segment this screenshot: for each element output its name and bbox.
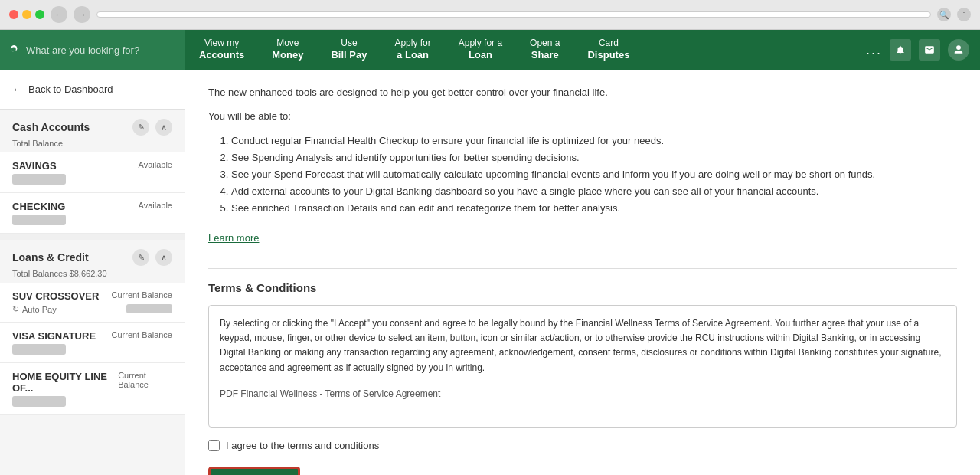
nav-disputes[interactable]: Card Disputes (573, 30, 643, 70)
edit-cash-button[interactable]: ✎ (132, 119, 149, 136)
agree-label: I agree to the terms and conditions (226, 440, 379, 451)
terms-text: By selecting or clicking the "I Accept" … (220, 316, 946, 375)
benefit-5: See enriched Transaction Details and can… (231, 200, 957, 217)
divider (208, 268, 957, 269)
nav-share-sub: Share (531, 49, 559, 62)
more-options-button[interactable]: ... (866, 42, 882, 58)
browser-chrome: ← → 🔍 ⋮ (0, 0, 980, 30)
nav-share[interactable]: Open a Share (516, 30, 573, 70)
nav-applyloan-sub: a Loan (397, 49, 429, 62)
nav-items: View my Accounts Move Money Use Bill Pay… (185, 30, 855, 70)
home-equity-row: HOME EQUITY LINE OF... Current Balance (12, 371, 172, 394)
loans-title: Loans & Credit (12, 251, 89, 264)
visa-signature-item[interactable]: VISA SIGNATURE Current Balance (0, 323, 185, 363)
suv-name: SUV CROSSOVER (12, 290, 99, 302)
sidebar: ← Back to Dashboard Cash Accounts ✎ ∧ To… (0, 70, 185, 475)
search-bar[interactable] (0, 30, 185, 70)
url-bar[interactable] (96, 11, 931, 18)
nav-billpay-top: Use (341, 38, 357, 50)
learn-more-link[interactable]: Learn more (208, 232, 259, 244)
minimize-dot (22, 10, 31, 19)
you-will-label: You will be able to: (208, 109, 957, 125)
savings-balance (12, 174, 66, 185)
visa-balance (12, 344, 66, 355)
message-button[interactable] (919, 39, 940, 61)
loans-header: Loans & Credit ✎ ∧ (0, 240, 185, 269)
terms-box[interactable]: By selecting or clicking the "I Accept" … (208, 305, 957, 428)
savings-account-item[interactable]: SAVINGS Available (0, 152, 185, 193)
cash-section-icons: ✎ ∧ (132, 119, 172, 136)
nav-money-sub: Money (272, 49, 303, 62)
user-avatar-button[interactable] (948, 39, 969, 61)
savings-row: SAVINGS Available (12, 160, 172, 172)
benefit-3: See your Spend Forecast that will automa… (231, 166, 957, 183)
nav-billpay[interactable]: Use Bill Pay (317, 30, 381, 70)
visa-balance-label: Current Balance (112, 330, 173, 339)
terms-heading: Terms & Conditions (208, 281, 957, 294)
browser-search-icon: 🔍 (937, 8, 951, 21)
nav-accounts-sub: Accounts (199, 49, 244, 62)
agree-checkbox[interactable] (208, 440, 220, 451)
loans-section-icons: ✎ ∧ (132, 249, 172, 266)
intro-text: The new enhanced tools are designed to h… (208, 85, 957, 101)
activate-button[interactable]: Activate (208, 467, 300, 475)
close-dot (9, 10, 18, 19)
visa-name: VISA SIGNATURE (12, 330, 96, 342)
benefit-2: See Spending Analysis and identify oppor… (231, 149, 957, 166)
nav-applyloan-top: Apply for (394, 38, 430, 50)
checking-name: CHECKING (12, 201, 65, 212)
nav-share-top: Open a (530, 38, 560, 50)
mail-icon (924, 44, 935, 55)
nav-money-top: Move (276, 38, 299, 50)
nav-money[interactable]: Move Money (258, 30, 317, 70)
nav-billpay-sub: Bill Pay (331, 49, 367, 62)
nav-applyloan2-top: Apply for a (459, 38, 502, 50)
suv-crossover-item[interactable]: SUV CROSSOVER Current Balance ↻ Auto Pay (0, 283, 185, 323)
nav-disputes-top: Card (599, 38, 619, 50)
savings-name: SAVINGS (12, 160, 57, 172)
edit-loans-button[interactable]: ✎ (132, 249, 149, 266)
back-label: Back to Dashboard (28, 84, 113, 95)
suv-row: SUV CROSSOVER Current Balance (12, 290, 172, 302)
cash-total-balance: Total Balance (12, 139, 185, 148)
notification-button[interactable] (890, 39, 911, 61)
terms-footer: PDF Financial Wellness - Terms of Servic… (220, 382, 946, 399)
home-equity-balance (12, 396, 66, 407)
bell-icon (895, 44, 906, 55)
benefits-list: Conduct regular Financial Health Checkup… (231, 133, 957, 217)
nav-applyloan[interactable]: Apply for a Loan (381, 30, 444, 70)
back-to-dashboard-button[interactable]: ← Back to Dashboard (0, 70, 185, 110)
search-input[interactable] (26, 44, 176, 56)
suv-sub-row: ↻ Auto Pay (12, 302, 172, 314)
home-equity-item[interactable]: HOME EQUITY LINE OF... Current Balance (0, 363, 185, 415)
main-layout: ← Back to Dashboard Cash Accounts ✎ ∧ To… (0, 70, 980, 475)
cash-accounts-title: Cash Accounts (12, 121, 90, 133)
suv-autopay: ↻ Auto Pay (12, 304, 57, 314)
checking-account-item[interactable]: CHECKING Available (0, 193, 185, 234)
home-equity-balance-label: Current Balance (118, 371, 172, 389)
checking-balance (12, 215, 66, 225)
search-icon (9, 44, 20, 55)
home-equity-name: HOME EQUITY LINE OF... (12, 371, 118, 394)
section-divider (0, 234, 185, 240)
benefit-1: Conduct regular Financial Health Checkup… (231, 133, 957, 149)
cash-accounts-header: Cash Accounts ✎ ∧ (0, 110, 185, 139)
nav-accounts[interactable]: View my Accounts (185, 30, 258, 70)
savings-available-label: Available (139, 160, 172, 169)
loans-total-balance: Total Balances $8,662.30 (12, 269, 185, 278)
browser-share-icon: ⋮ (957, 8, 971, 21)
autopay-label: Auto Pay (22, 305, 57, 314)
collapse-loans-button[interactable]: ∧ (155, 249, 172, 266)
top-nav: View my Accounts Move Money Use Bill Pay… (0, 30, 980, 70)
nav-applyloan2[interactable]: Apply for a Loan (445, 30, 516, 70)
benefit-4: Add external accounts to your Digital Ba… (231, 183, 957, 200)
nav-accounts-top: View my (204, 38, 239, 50)
forward-browser-button[interactable]: → (74, 6, 90, 23)
nav-right: ... (855, 30, 980, 70)
back-arrow-icon: ← (12, 84, 22, 95)
back-browser-button[interactable]: ← (51, 6, 67, 23)
nav-disputes-sub: Disputes (587, 49, 629, 62)
collapse-cash-button[interactable]: ∧ (155, 119, 172, 136)
user-icon (953, 44, 964, 55)
autopay-icon: ↻ (12, 304, 19, 314)
